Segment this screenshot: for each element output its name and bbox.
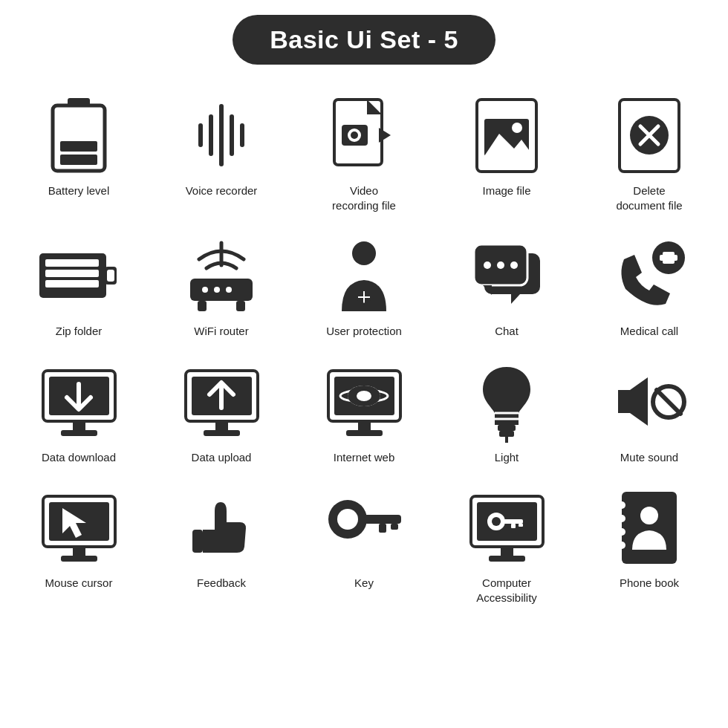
svg-rect-25 [45,280,99,287]
svg-rect-6 [230,114,234,156]
svg-rect-27 [107,270,114,282]
image-file-label: Image file [482,183,530,198]
svg-point-102 [640,507,658,524]
svg-point-35 [352,241,376,265]
data-download-icon [38,361,120,443]
svg-rect-85 [364,515,401,524]
battery-level-label: Battery level [48,183,110,198]
delete-document-file-icon [608,94,690,176]
svg-point-98 [618,501,625,509]
svg-point-12 [351,131,358,139]
svg-rect-38 [358,298,363,303]
svg-rect-33 [198,301,207,311]
icon-cell-image-file: Image file [435,87,578,220]
internet-web-label: Internet web [334,450,395,465]
svg-rect-7 [198,123,203,147]
feedback-label: Feedback [197,576,246,591]
svg-marker-73 [618,377,648,426]
svg-rect-82 [192,530,203,553]
icon-cell-chat: Chat [435,227,578,346]
svg-marker-41 [511,294,520,304]
icon-cell-video-recording-file: Videorecording file [293,87,435,220]
svg-rect-1 [68,98,90,107]
wifi-router-icon [181,235,262,316]
svg-rect-24 [45,270,99,277]
svg-point-45 [497,261,504,269]
user-protection-icon [323,235,405,316]
icon-grid: Battery level Voice recorder [7,87,721,612]
icon-cell-computer-accessibility: ComputerAccessibility [435,479,578,612]
zip-folder-label: Zip folder [56,324,103,339]
svg-marker-43 [483,285,492,295]
icon-cell-zip-folder: Zip folder [7,227,150,346]
icon-cell-mouse-cursor: Mouse cursor [7,479,150,612]
wifi-router-label: WiFi router [194,324,248,339]
internet-web-icon [323,361,405,443]
svg-point-93 [492,517,501,526]
zip-folder-icon [38,235,120,316]
svg-rect-86 [379,524,386,533]
icon-cell-battery-level: Battery level [7,87,150,220]
svg-marker-13 [379,128,391,143]
icon-cell-medical-call: Medical call [578,227,721,346]
icon-cell-light: Light [435,354,578,472]
svg-rect-91 [489,556,525,562]
svg-point-46 [510,261,518,269]
svg-rect-87 [391,524,398,530]
feedback-icon [181,487,262,568]
icon-cell-key: Key [293,479,435,612]
svg-rect-62 [358,421,371,432]
svg-rect-95 [511,524,516,528]
mute-sound-icon [608,361,690,443]
svg-rect-2 [60,141,97,152]
icon-cell-user-protection: User protection [293,227,435,346]
icon-cell-data-upload: Data upload [150,354,293,472]
svg-rect-80 [61,556,97,562]
svg-rect-49 [660,255,677,261]
battery-level-icon [38,94,120,176]
svg-rect-3 [60,155,97,165]
svg-rect-4 [219,104,224,166]
medical-call-label: Medical call [620,324,678,339]
key-icon [323,487,405,568]
icon-cell-mute-sound: Mute sound [578,354,721,472]
svg-rect-79 [73,547,85,557]
svg-rect-5 [209,114,213,156]
svg-rect-52 [73,421,85,432]
light-icon [466,361,547,443]
icon-cell-phone-book: Phone book [578,479,721,612]
svg-point-101 [618,542,625,549]
delete-document-file-label: Deletedocument file [616,183,682,212]
voice-recorder-icon [181,94,262,176]
phone-book-icon [608,487,690,568]
icon-cell-feedback: Feedback [150,479,293,612]
svg-rect-63 [346,430,383,436]
svg-point-99 [618,515,625,522]
mute-sound-label: Mute sound [620,450,678,465]
svg-point-67 [357,391,371,401]
svg-point-31 [214,287,220,293]
svg-point-17 [512,123,522,133]
svg-rect-96 [519,524,523,527]
chat-icon [466,235,547,316]
chat-label: Chat [495,324,519,339]
computer-accessibility-label: ComputerAccessibility [476,576,537,605]
svg-rect-57 [215,421,228,432]
svg-point-44 [484,261,491,269]
svg-rect-8 [240,123,244,147]
svg-rect-97 [622,492,677,564]
computer-accessibility-icon [466,487,547,568]
svg-rect-53 [61,430,97,436]
svg-rect-39 [365,298,370,303]
icon-cell-delete-document-file: Deletedocument file [578,87,721,220]
svg-rect-36 [358,291,363,296]
svg-point-84 [337,509,358,530]
data-upload-icon [181,361,262,443]
svg-rect-90 [501,547,513,557]
icon-cell-wifi-router: WiFi router [150,227,293,346]
svg-rect-37 [365,291,370,296]
icon-cell-data-download: Data download [7,354,150,472]
data-upload-label: Data upload [192,450,252,465]
phone-book-label: Phone book [620,576,679,591]
video-recording-file-icon [323,94,405,176]
